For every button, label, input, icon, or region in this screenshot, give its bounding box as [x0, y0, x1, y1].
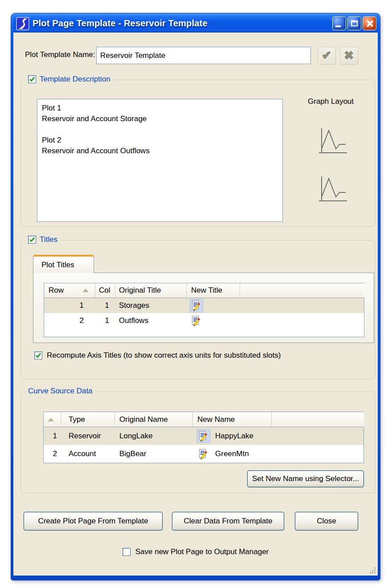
check-icon: ✔ [322, 50, 332, 61]
description-line: Reservoir and Account Outflows [42, 146, 278, 156]
curve-source-data-group: Curve Source Data Type Original Name New… [20, 392, 375, 493]
titlebar[interactable]: Plot Page Template - Reservoir Template [13, 13, 378, 33]
edit-name-icon[interactable] [197, 448, 210, 460]
plot-titles-tab-pane: Row Col Original Title New Title 1 [33, 273, 374, 343]
plot-page-template-dialog: Plot Page Template - Reservoir Template … [11, 13, 380, 580]
recompute-axis-titles-checkbox[interactable] [34, 351, 42, 359]
create-plot-page-button[interactable]: Create Plot Page From Template [24, 512, 163, 531]
minimize-icon [335, 25, 341, 27]
close-dialog-button[interactable]: Close [295, 512, 358, 531]
template-description-textarea[interactable]: Plot 1 Reservoir and Account Storage Plo… [37, 99, 283, 222]
plot-template-name-label: Plot Template Name: [25, 50, 95, 59]
column-header-filler [272, 412, 363, 427]
tab-plot-titles[interactable]: Plot Titles [33, 255, 94, 273]
checkmark-icon [35, 352, 41, 359]
template-description-checkbox[interactable] [28, 75, 36, 83]
clear-data-button[interactable]: Clear Data From Template [172, 512, 284, 531]
graph-layout-label: Graph Layout [308, 97, 354, 106]
column-header-filler [240, 283, 364, 298]
description-line: Reservoir and Account Storage [42, 114, 278, 124]
column-header-index[interactable] [44, 412, 61, 427]
edit-name-icon[interactable] [197, 430, 210, 442]
template-description-title: Template Description [40, 75, 110, 84]
table-row[interactable]: 2 1 Outflows [44, 313, 364, 328]
column-header-type[interactable]: Type [61, 412, 115, 427]
sort-ascending-icon [48, 418, 54, 421]
plot-template-name-input[interactable] [96, 47, 311, 64]
maximize-button[interactable] [347, 16, 361, 30]
description-line: Plot 1 [42, 103, 278, 114]
edit-title-icon[interactable] [190, 299, 203, 312]
minimize-button[interactable] [332, 16, 346, 30]
curve-source-data-table: Type Original Name New Name 1 Reservoir … [43, 412, 364, 463]
titles-group: Titles Plot Titles Row Col Origin [20, 240, 375, 380]
column-header-row[interactable]: Row [44, 283, 95, 298]
apply-name-button[interactable]: ✔ [318, 47, 336, 65]
line-graph-icon [318, 127, 349, 157]
table-row[interactable]: 2 Account BigBear [44, 445, 363, 463]
riverware-logo-icon [16, 17, 29, 30]
set-new-name-selector-button[interactable]: Set New Name using Selector... [247, 470, 364, 487]
description-line: Plot 2 [42, 135, 278, 146]
column-header-original-name[interactable]: Original Name [115, 412, 193, 427]
window-title: Plot Page Template - Reservoir Template [33, 18, 332, 29]
table-row[interactable]: 1 1 Storages [44, 298, 364, 313]
desktop-background: { "window": { "title": "Plot Page Templa… [0, 0, 392, 588]
titles-checkbox[interactable] [28, 236, 36, 244]
maximize-icon [351, 20, 358, 26]
template-description-group: Template Description Plot 1 Reservoir an… [20, 80, 375, 227]
checkmark-icon [29, 237, 35, 243]
sort-ascending-icon [82, 289, 89, 292]
table-row[interactable]: 1 Reservoir LongLake [44, 427, 363, 445]
tab-label: Plot Titles [41, 261, 74, 270]
column-header-new-name[interactable]: New Name [193, 412, 272, 427]
x-icon: ✖ [344, 50, 354, 61]
column-header-original-title[interactable]: Original Title [115, 283, 187, 298]
edit-title-icon[interactable] [190, 314, 203, 327]
recompute-axis-titles-label: Recompute Axis Titles (to show correct a… [47, 351, 281, 360]
dialog-body: Plot Template Name: ✔ ✖ Template Descrip… [13, 33, 378, 576]
titles-group-title: Titles [40, 235, 57, 244]
plot-titles-table-header: Row Col Original Title New Title [44, 283, 364, 298]
line-graph-icon [318, 175, 349, 205]
resize-grip[interactable] [369, 567, 376, 574]
column-header-col[interactable]: Col [95, 283, 115, 298]
save-to-output-manager-label: Save new Plot Page to Output Manager [135, 547, 269, 556]
close-icon [365, 19, 374, 28]
checkmark-icon [29, 76, 35, 82]
save-to-output-manager-checkbox[interactable] [122, 548, 131, 556]
curve-source-data-title: Curve Source Data [28, 387, 93, 396]
plot-titles-table: Row Col Original Title New Title 1 [44, 283, 364, 337]
cancel-name-button[interactable]: ✖ [340, 47, 358, 65]
close-button[interactable] [363, 16, 376, 30]
curve-table-header: Type Original Name New Name [44, 412, 363, 427]
description-line [42, 124, 278, 135]
column-header-new-title[interactable]: New Title [187, 283, 240, 298]
